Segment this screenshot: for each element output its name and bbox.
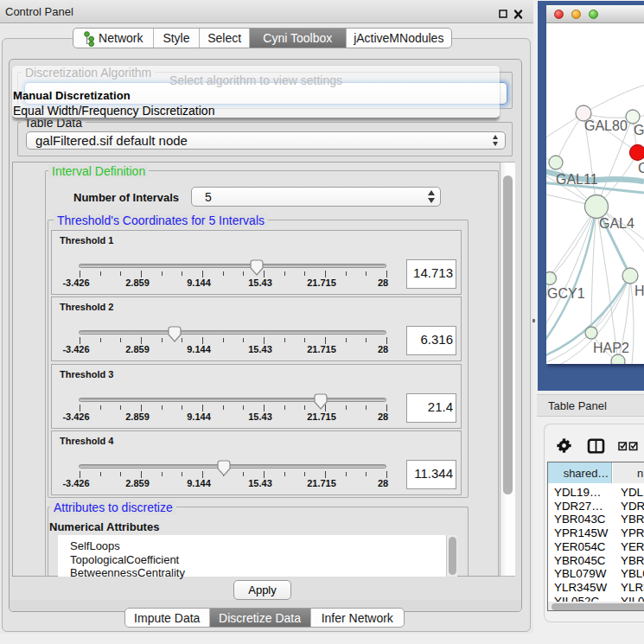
svg-text:C: C xyxy=(638,161,644,175)
svg-text:HAP2: HAP2 xyxy=(593,341,629,355)
svg-text:GAL11: GAL11 xyxy=(556,172,598,187)
svg-text:G.: G. xyxy=(634,123,644,137)
svg-text:H: H xyxy=(634,284,644,298)
svg-text:GCY1: GCY1 xyxy=(547,286,585,301)
svg-text:GAL80: GAL80 xyxy=(584,118,628,133)
svg-text:GAL4: GAL4 xyxy=(599,216,634,231)
